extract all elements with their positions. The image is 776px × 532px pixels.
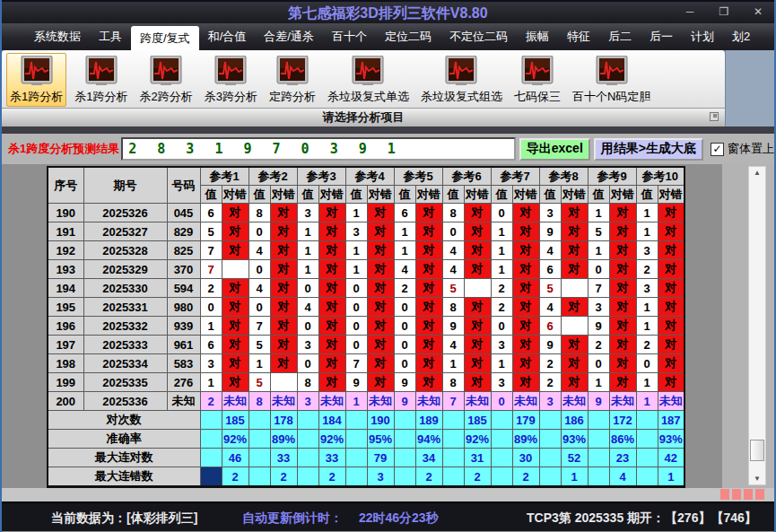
summary-value-cell[interactable]: 2: [512, 467, 539, 487]
period-cell[interactable]: 2025333: [83, 336, 167, 354]
ref-value-cell[interactable]: 7: [588, 279, 609, 298]
tool-button-7[interactable]: 杀垃圾复式组选: [417, 53, 506, 107]
summary-spacer-cell[interactable]: [394, 449, 415, 467]
ref-value-cell[interactable]: 0: [394, 317, 415, 336]
ref-result-cell[interactable]: 对: [318, 204, 345, 222]
ref-value-cell[interactable]: 6: [200, 204, 222, 222]
summary-value-cell[interactable]: 86%: [609, 430, 636, 449]
tool-button-8[interactable]: 七码保三: [510, 53, 564, 107]
ref-value-cell[interactable]: 1: [491, 222, 512, 241]
period-cell[interactable]: 2025330: [83, 279, 167, 298]
menu-item-8[interactable]: 不定位二码: [440, 23, 517, 50]
ref-value-cell[interactable]: 0: [394, 336, 415, 354]
ref-result-cell[interactable]: 对: [658, 373, 684, 392]
ref-result-cell[interactable]: 对: [270, 336, 297, 354]
ref-value-cell[interactable]: 9: [539, 336, 561, 354]
summary-value-cell[interactable]: 179: [512, 411, 539, 430]
summary-spacer-cell[interactable]: [248, 411, 270, 430]
ref-result-cell[interactable]: 对: [609, 241, 636, 260]
ref-result-cell[interactable]: 对: [464, 241, 491, 260]
ref-result-cell[interactable]: 对: [415, 204, 442, 222]
ref-result-cell[interactable]: 对: [318, 298, 345, 317]
ref-result-cell[interactable]: 未知: [512, 392, 539, 411]
ref-value-cell[interactable]: 1: [442, 354, 464, 373]
ref-result-cell[interactable]: 对: [464, 354, 491, 373]
summary-spacer-cell[interactable]: [394, 411, 415, 430]
summary-value-cell[interactable]: 23: [609, 449, 636, 467]
ref-result-cell[interactable]: 对: [464, 336, 491, 354]
ref-value-cell[interactable]: 0: [248, 222, 270, 241]
ref-value-cell[interactable]: 2: [200, 279, 222, 298]
summary-spacer-cell[interactable]: [442, 449, 464, 467]
summary-spacer-cell[interactable]: [636, 449, 658, 467]
summary-spacer-cell[interactable]: [248, 430, 270, 449]
export-excel-button[interactable]: 导出excel: [519, 138, 590, 161]
number-cell[interactable]: 583: [167, 354, 200, 373]
menu-item-6[interactable]: 百十个: [323, 23, 376, 50]
vertical-scrollbar[interactable]: ▲ ▼: [748, 166, 766, 485]
menu-item-7[interactable]: 定位二码: [376, 23, 440, 50]
summary-spacer-cell[interactable]: [394, 430, 415, 449]
summary-value-cell[interactable]: 93%: [561, 430, 588, 449]
ref-result-cell[interactable]: 对: [318, 354, 345, 373]
ref-value-cell[interactable]: 3: [297, 204, 318, 222]
menu-item-10[interactable]: 特征: [558, 23, 599, 50]
ref-value-cell[interactable]: 8: [442, 204, 464, 222]
seq-cell[interactable]: 190: [48, 204, 83, 222]
ref-result-cell[interactable]: 对: [415, 279, 442, 298]
ref-value-cell[interactable]: 4: [248, 241, 270, 260]
ref-result-cell[interactable]: 对: [464, 317, 491, 336]
ref-result-cell[interactable]: 对: [609, 204, 636, 222]
summary-value-cell[interactable]: 89%: [270, 430, 297, 449]
summary-spacer-cell[interactable]: [200, 430, 222, 449]
ref-result-cell[interactable]: 对: [222, 317, 248, 336]
summary-value-cell[interactable]: 33: [270, 449, 297, 467]
period-cell[interactable]: 2025336: [83, 392, 167, 411]
summary-value-cell[interactable]: 31: [464, 449, 491, 467]
ref-result-cell[interactable]: 对: [318, 317, 345, 336]
ref-result-cell[interactable]: 未知: [318, 392, 345, 411]
number-cell[interactable]: 045: [167, 204, 200, 222]
ref-result-cell[interactable]: 对: [270, 241, 297, 260]
period-cell[interactable]: 2025332: [83, 317, 167, 336]
ref-value-cell[interactable]: 7: [345, 354, 367, 373]
ref-result-cell[interactable]: 对: [367, 336, 394, 354]
ref-value-cell[interactable]: 0: [345, 336, 367, 354]
tool-button-5[interactable]: 定跨分析: [266, 53, 319, 107]
menu-item-13[interactable]: 计划: [682, 23, 723, 50]
number-cell[interactable]: 未知: [167, 392, 200, 411]
ref-result-cell[interactable]: 对: [222, 204, 248, 222]
ref-result-cell[interactable]: 未知: [658, 392, 684, 411]
maximize-icon[interactable]: ❐: [717, 5, 731, 18]
summary-value-cell[interactable]: 52: [561, 449, 588, 467]
ref-result-cell[interactable]: 对: [512, 222, 539, 241]
number-cell[interactable]: 825: [167, 241, 200, 260]
ref-result-cell[interactable]: 对: [609, 336, 636, 354]
ref-value-cell[interactable]: 2: [491, 298, 512, 317]
ref-value-cell[interactable]: 4: [539, 298, 561, 317]
ref-value-cell[interactable]: 9: [588, 392, 609, 411]
number-cell[interactable]: 829: [167, 222, 200, 241]
ref-result-cell[interactable]: 对: [658, 260, 684, 279]
ref-result-cell[interactable]: 对: [512, 336, 539, 354]
summary-value-cell[interactable]: 92%: [318, 430, 345, 449]
period-cell[interactable]: 2025331: [83, 298, 167, 317]
ref-result-cell[interactable]: 对: [512, 317, 539, 336]
panel-corner-icon[interactable]: [710, 112, 719, 121]
summary-value-cell[interactable]: 79: [367, 449, 394, 467]
ref-result-cell[interactable]: 对: [367, 279, 394, 298]
ref-result-cell[interactable]: 对: [270, 354, 297, 373]
summary-value-cell[interactable]: 185: [222, 411, 248, 430]
ref-result-cell[interactable]: 对: [561, 336, 588, 354]
period-cell[interactable]: 2025326: [83, 204, 167, 222]
summary-value-cell[interactable]: 1: [561, 467, 588, 487]
ref-value-cell[interactable]: 6: [539, 260, 561, 279]
ref-result-cell[interactable]: 对: [367, 241, 394, 260]
ref-value-cell[interactable]: 7: [442, 392, 464, 411]
ref-value-cell[interactable]: 0: [297, 354, 318, 373]
ref-value-cell[interactable]: 0: [491, 392, 512, 411]
summary-value-cell[interactable]: 95%: [367, 430, 394, 449]
always-on-top-checkbox[interactable]: ✓: [711, 143, 724, 156]
seq-cell[interactable]: 200: [48, 392, 83, 411]
summary-value-cell[interactable]: 186: [561, 411, 588, 430]
